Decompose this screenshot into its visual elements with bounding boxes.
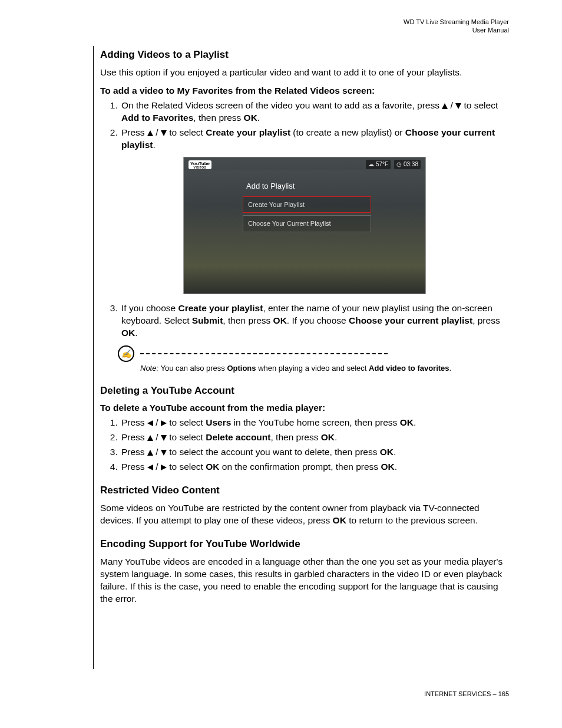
note-text: Note: You can also press Options when pl… — [140, 363, 509, 374]
heading-encoding: Encoding Support for YouTube Worldwide — [100, 538, 509, 551]
footer-label: INTERNET SERVICES – — [424, 690, 498, 697]
weather-badge: ☁ 57°F — [366, 160, 391, 169]
heading-deleting: Deleting a YouTube Account — [100, 384, 509, 398]
up-arrow-icon — [147, 450, 153, 456]
deleting-step-4: Press / to select OK on the confirmation… — [120, 461, 509, 473]
footer: INTERNET SERVICES – 165 — [424, 690, 509, 697]
clock-badge: ◷ 03:38 — [394, 160, 421, 169]
footer-page: 165 — [498, 690, 509, 697]
screenshot-title: Add to Playlist — [246, 181, 425, 192]
up-arrow-icon — [147, 130, 153, 136]
heading-adding: Adding Videos to a Playlist — [100, 48, 509, 62]
screenshot-option-create: Create Your Playlist — [243, 196, 371, 213]
left-arrow-icon — [147, 420, 153, 426]
header-line1: WD TV Live Streaming Media Player — [404, 18, 509, 25]
up-arrow-icon — [147, 435, 153, 441]
left-arrow-icon — [147, 465, 153, 470]
down-arrow-icon — [161, 130, 167, 136]
youtube-logo: YouTube VIDEOS — [189, 160, 211, 169]
deleting-steps: Press / to select Users in the YouTube h… — [100, 417, 509, 473]
note-icon: ✍ — [118, 345, 134, 362]
content: Adding Videos to a Playlist Use this opt… — [100, 48, 509, 605]
page: WD TV Live Streaming Media Player User M… — [0, 0, 562, 728]
adding-step-2: Press / to select Create your playlist (… — [120, 127, 509, 151]
down-arrow-icon — [161, 435, 167, 441]
adding-steps: On the Related Videos screen of the vide… — [100, 100, 509, 151]
adding-step-3: If you choose Create your playlist, ente… — [120, 302, 509, 340]
encoding-body: Many YouTube videos are encoded in a lan… — [100, 556, 509, 605]
heading-restricted: Restricted Video Content — [100, 484, 509, 498]
adding-intro: Use this option if you enjoyed a particu… — [100, 67, 509, 79]
screenshot-option-choose: Choose Your Current Playlist — [243, 215, 371, 232]
down-arrow-icon — [455, 103, 461, 109]
screenshot-topbar: YouTube VIDEOS ☁ 57°F ◷ 03:38 — [184, 157, 425, 170]
screenshot-status: ☁ 57°F ◷ 03:38 — [366, 160, 421, 169]
deleting-step-2: Press / to select Delete account, then p… — [120, 431, 509, 444]
deleting-step-1: Press / to select Users in the YouTube h… — [120, 417, 509, 429]
right-arrow-icon — [161, 465, 167, 470]
down-arrow-icon — [161, 450, 167, 456]
deleting-step-3: Press / to select the account you want t… — [120, 446, 509, 459]
screenshot-body: Add to Playlist Create Your Playlist Cho… — [184, 170, 425, 294]
deleting-subhead: To delete a YouTube account from the med… — [100, 402, 509, 414]
right-arrow-icon — [161, 420, 167, 426]
left-margin-rule — [93, 46, 94, 669]
restricted-body: Some videos on YouTube are restricted by… — [100, 502, 509, 527]
header: WD TV Live Streaming Media Player User M… — [404, 18, 509, 35]
embedded-screenshot: YouTube VIDEOS ☁ 57°F ◷ 03:38 Add to Pla… — [183, 157, 426, 294]
up-arrow-icon — [442, 103, 448, 109]
note-divider: ✍ — [118, 345, 509, 362]
adding-subhead: To add a video to My Favorites from the … — [100, 85, 509, 97]
adding-steps-cont: If you choose Create your playlist, ente… — [100, 302, 509, 340]
adding-step-1: On the Related Videos screen of the vide… — [120, 100, 509, 124]
note-dashed-line — [140, 353, 388, 354]
header-line2: User Manual — [472, 27, 509, 34]
